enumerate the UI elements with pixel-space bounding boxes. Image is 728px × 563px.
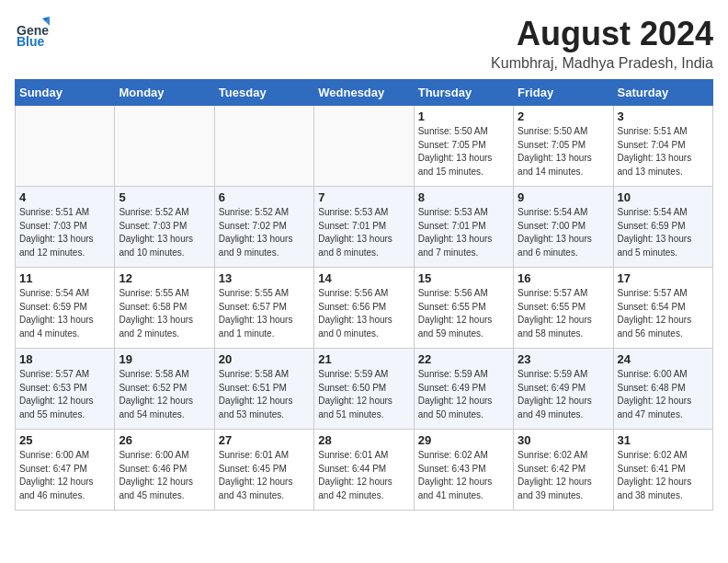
calendar-cell: 15Sunrise: 5:56 AM Sunset: 6:55 PM Dayli… <box>414 268 513 349</box>
col-header-thursday: Thursday <box>414 80 513 106</box>
calendar-cell: 13Sunrise: 5:55 AM Sunset: 6:57 PM Dayli… <box>214 268 313 349</box>
calendar-cell: 19Sunrise: 5:58 AM Sunset: 6:52 PM Dayli… <box>115 349 214 430</box>
day-info: Sunrise: 5:59 AM Sunset: 6:49 PM Dayligh… <box>518 368 609 421</box>
day-info: Sunrise: 6:00 AM Sunset: 6:48 PM Dayligh… <box>618 368 709 421</box>
day-number: 2 <box>518 109 609 123</box>
calendar-cell: 9Sunrise: 5:54 AM Sunset: 7:00 PM Daylig… <box>514 187 613 268</box>
day-number: 17 <box>618 271 709 285</box>
day-number: 13 <box>219 271 310 285</box>
day-info: Sunrise: 5:58 AM Sunset: 6:52 PM Dayligh… <box>119 368 210 421</box>
day-info: Sunrise: 5:50 AM Sunset: 7:05 PM Dayligh… <box>418 125 509 178</box>
svg-text:Blue: Blue <box>17 34 45 49</box>
calendar-cell: 24Sunrise: 6:00 AM Sunset: 6:48 PM Dayli… <box>613 349 712 430</box>
day-info: Sunrise: 6:02 AM Sunset: 6:43 PM Dayligh… <box>418 449 509 502</box>
calendar-cell: 27Sunrise: 6:01 AM Sunset: 6:45 PM Dayli… <box>214 430 313 511</box>
title-area: August 2024 Kumbhraj, Madhya Pradesh, In… <box>491 15 713 72</box>
day-info: Sunrise: 5:55 AM Sunset: 6:58 PM Dayligh… <box>119 287 210 340</box>
calendar-table: SundayMondayTuesdayWednesdayThursdayFrid… <box>15 79 713 511</box>
day-info: Sunrise: 5:53 AM Sunset: 7:01 PM Dayligh… <box>418 206 509 259</box>
calendar-cell: 1Sunrise: 5:50 AM Sunset: 7:05 PM Daylig… <box>414 106 513 187</box>
col-header-sunday: Sunday <box>16 80 115 106</box>
day-info: Sunrise: 5:51 AM Sunset: 7:03 PM Dayligh… <box>19 206 110 259</box>
calendar-cell: 8Sunrise: 5:53 AM Sunset: 7:01 PM Daylig… <box>414 187 513 268</box>
col-header-saturday: Saturday <box>613 80 712 106</box>
location-title: Kumbhraj, Madhya Pradesh, India <box>491 55 713 72</box>
day-info: Sunrise: 5:59 AM Sunset: 6:49 PM Dayligh… <box>418 368 509 421</box>
day-number: 27 <box>219 433 310 447</box>
day-number: 23 <box>518 352 609 366</box>
day-number: 31 <box>618 433 709 447</box>
calendar-cell <box>214 106 313 187</box>
day-number: 26 <box>119 433 210 447</box>
calendar-cell: 3Sunrise: 5:51 AM Sunset: 7:04 PM Daylig… <box>613 106 712 187</box>
day-info: Sunrise: 5:55 AM Sunset: 6:57 PM Dayligh… <box>219 287 310 340</box>
day-info: Sunrise: 5:56 AM Sunset: 6:56 PM Dayligh… <box>318 287 409 340</box>
calendar-cell: 18Sunrise: 5:57 AM Sunset: 6:53 PM Dayli… <box>16 349 115 430</box>
day-info: Sunrise: 5:57 AM Sunset: 6:55 PM Dayligh… <box>518 287 609 340</box>
day-info: Sunrise: 6:01 AM Sunset: 6:45 PM Dayligh… <box>219 449 310 502</box>
day-number: 9 <box>518 190 609 204</box>
col-header-monday: Monday <box>115 80 214 106</box>
day-info: Sunrise: 5:56 AM Sunset: 6:55 PM Dayligh… <box>418 287 509 340</box>
day-number: 21 <box>318 352 409 366</box>
day-number: 12 <box>119 271 210 285</box>
calendar-cell <box>314 106 414 187</box>
calendar-cell: 14Sunrise: 5:56 AM Sunset: 6:56 PM Dayli… <box>314 268 414 349</box>
day-number: 24 <box>618 352 709 366</box>
calendar-cell: 16Sunrise: 5:57 AM Sunset: 6:55 PM Dayli… <box>514 268 613 349</box>
day-number: 6 <box>219 190 310 204</box>
day-info: Sunrise: 5:53 AM Sunset: 7:01 PM Dayligh… <box>318 206 409 259</box>
day-info: Sunrise: 6:00 AM Sunset: 6:47 PM Dayligh… <box>19 449 110 502</box>
col-header-friday: Friday <box>514 80 613 106</box>
day-info: Sunrise: 5:58 AM Sunset: 6:51 PM Dayligh… <box>219 368 310 421</box>
day-info: Sunrise: 6:02 AM Sunset: 6:41 PM Dayligh… <box>618 449 709 502</box>
calendar-cell: 21Sunrise: 5:59 AM Sunset: 6:50 PM Dayli… <box>314 349 414 430</box>
day-info: Sunrise: 5:57 AM Sunset: 6:54 PM Dayligh… <box>618 287 709 340</box>
day-info: Sunrise: 5:52 AM Sunset: 7:03 PM Dayligh… <box>119 206 210 259</box>
day-number: 11 <box>19 271 110 285</box>
day-number: 30 <box>518 433 609 447</box>
day-number: 4 <box>19 190 110 204</box>
logo: General Blue <box>15 15 50 50</box>
day-number: 14 <box>318 271 409 285</box>
col-header-tuesday: Tuesday <box>214 80 313 106</box>
day-info: Sunrise: 6:01 AM Sunset: 6:44 PM Dayligh… <box>318 449 409 502</box>
day-number: 8 <box>418 190 509 204</box>
calendar-cell: 2Sunrise: 5:50 AM Sunset: 7:05 PM Daylig… <box>514 106 613 187</box>
calendar-cell: 7Sunrise: 5:53 AM Sunset: 7:01 PM Daylig… <box>314 187 414 268</box>
calendar-cell: 23Sunrise: 5:59 AM Sunset: 6:49 PM Dayli… <box>514 349 613 430</box>
calendar-cell: 30Sunrise: 6:02 AM Sunset: 6:42 PM Dayli… <box>514 430 613 511</box>
calendar-cell: 6Sunrise: 5:52 AM Sunset: 7:02 PM Daylig… <box>214 187 313 268</box>
day-info: Sunrise: 5:54 AM Sunset: 7:00 PM Dayligh… <box>518 206 609 259</box>
day-info: Sunrise: 6:02 AM Sunset: 6:42 PM Dayligh… <box>518 449 609 502</box>
calendar-cell: 17Sunrise: 5:57 AM Sunset: 6:54 PM Dayli… <box>613 268 712 349</box>
day-number: 7 <box>318 190 409 204</box>
calendar-cell: 4Sunrise: 5:51 AM Sunset: 7:03 PM Daylig… <box>16 187 115 268</box>
day-info: Sunrise: 5:54 AM Sunset: 6:59 PM Dayligh… <box>618 206 709 259</box>
month-title: August 2024 <box>491 15 713 53</box>
day-number: 1 <box>418 109 509 123</box>
calendar-cell: 11Sunrise: 5:54 AM Sunset: 6:59 PM Dayli… <box>16 268 115 349</box>
header: General Blue August 2024 Kumbhraj, Madhy… <box>15 15 713 72</box>
calendar-cell: 26Sunrise: 6:00 AM Sunset: 6:46 PM Dayli… <box>115 430 214 511</box>
day-info: Sunrise: 5:51 AM Sunset: 7:04 PM Dayligh… <box>618 125 709 178</box>
day-number: 19 <box>119 352 210 366</box>
day-number: 25 <box>19 433 110 447</box>
day-number: 18 <box>19 352 110 366</box>
calendar-cell: 28Sunrise: 6:01 AM Sunset: 6:44 PM Dayli… <box>314 430 414 511</box>
calendar-cell: 20Sunrise: 5:58 AM Sunset: 6:51 PM Dayli… <box>214 349 313 430</box>
col-header-wednesday: Wednesday <box>314 80 414 106</box>
day-number: 3 <box>618 109 709 123</box>
calendar-cell: 5Sunrise: 5:52 AM Sunset: 7:03 PM Daylig… <box>115 187 214 268</box>
day-info: Sunrise: 5:57 AM Sunset: 6:53 PM Dayligh… <box>19 368 110 421</box>
calendar-cell: 31Sunrise: 6:02 AM Sunset: 6:41 PM Dayli… <box>613 430 712 511</box>
calendar-cell: 29Sunrise: 6:02 AM Sunset: 6:43 PM Dayli… <box>414 430 513 511</box>
day-number: 28 <box>318 433 409 447</box>
calendar-cell: 25Sunrise: 6:00 AM Sunset: 6:47 PM Dayli… <box>16 430 115 511</box>
day-number: 16 <box>518 271 609 285</box>
calendar-cell: 12Sunrise: 5:55 AM Sunset: 6:58 PM Dayli… <box>115 268 214 349</box>
day-number: 22 <box>418 352 509 366</box>
day-info: Sunrise: 5:50 AM Sunset: 7:05 PM Dayligh… <box>518 125 609 178</box>
calendar-cell: 22Sunrise: 5:59 AM Sunset: 6:49 PM Dayli… <box>414 349 513 430</box>
day-info: Sunrise: 5:52 AM Sunset: 7:02 PM Dayligh… <box>219 206 310 259</box>
